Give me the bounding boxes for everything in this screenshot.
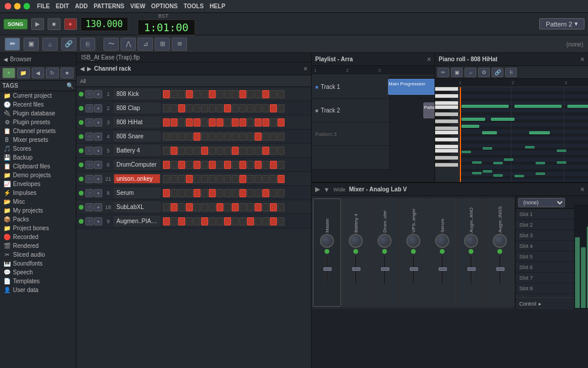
seq-pad[interactable] bbox=[186, 189, 193, 197]
channel-solo-btn[interactable]: ● bbox=[94, 175, 102, 183]
seq-pad[interactable] bbox=[193, 189, 201, 197]
mixer-master-knob[interactable] bbox=[320, 234, 334, 248]
peak-tool[interactable]: ⋀ bbox=[121, 38, 136, 51]
mixer-battery-handle[interactable] bbox=[352, 267, 360, 271]
seq-pad[interactable] bbox=[247, 90, 254, 98]
sidebar-item-rendered[interactable]: 🎬 Rendered bbox=[0, 241, 76, 250]
mixer-serum-handle[interactable] bbox=[439, 267, 447, 271]
record-button[interactable]: ● bbox=[64, 18, 77, 30]
seq-pad[interactable] bbox=[239, 161, 246, 169]
seq-pad[interactable] bbox=[178, 104, 185, 112]
seq-pad[interactable] bbox=[247, 203, 254, 211]
seq-pad[interactable] bbox=[255, 217, 262, 226]
mixer-vps-handle[interactable] bbox=[410, 267, 418, 271]
sidebar-add-tool[interactable]: + bbox=[2, 68, 15, 78]
sidebar-star-tool[interactable]: ★ bbox=[61, 68, 74, 78]
track-2-content[interactable]: Pattern 2 bbox=[388, 99, 435, 122]
play-button[interactable]: ▶ bbox=[31, 18, 44, 30]
channel-mute-btn[interactable]: ○ bbox=[85, 147, 93, 155]
sidebar-back-tool[interactable]: ◀ bbox=[32, 68, 45, 78]
seq-pad[interactable] bbox=[224, 132, 231, 141]
seq-pad[interactable] bbox=[186, 132, 193, 141]
seq-pad[interactable] bbox=[216, 104, 223, 112]
roll-note[interactable] bbox=[491, 118, 514, 121]
link-tool[interactable]: 🔗 bbox=[61, 38, 76, 51]
channel-name[interactable]: DrumComputer bbox=[113, 160, 161, 170]
roll-note[interactable] bbox=[462, 151, 471, 153]
seq-pad[interactable] bbox=[278, 175, 285, 183]
roll-note[interactable] bbox=[493, 174, 503, 177]
menu-view[interactable]: VIEW bbox=[131, 3, 146, 9]
sidebar-item-clipboard[interactable]: 📋 Clipboard files bbox=[0, 162, 76, 171]
channel-mute-btn[interactable]: ○ bbox=[85, 118, 93, 127]
channel-solo-btn[interactable]: ● bbox=[94, 132, 102, 141]
seq-pad[interactable] bbox=[209, 189, 216, 197]
seq-pad[interactable] bbox=[239, 132, 246, 141]
seq-pad[interactable] bbox=[178, 189, 185, 197]
mixer-augmings-handle[interactable] bbox=[496, 267, 505, 271]
seq-pad[interactable] bbox=[163, 161, 170, 169]
velocity-bar[interactable] bbox=[575, 237, 580, 308]
seq-pad[interactable] bbox=[224, 147, 231, 155]
sidebar-item-recent-files[interactable]: 🕐 Recent files bbox=[0, 100, 76, 109]
sidebar-item-current-project[interactable]: 📁 Current project bbox=[0, 91, 76, 100]
seq-pad[interactable] bbox=[278, 132, 285, 141]
seq-pad[interactable] bbox=[193, 132, 201, 141]
seq-pad[interactable] bbox=[262, 147, 269, 155]
mixer-augmano-fader[interactable] bbox=[470, 255, 472, 284]
sidebar-item-speech[interactable]: 💬 Speech bbox=[0, 268, 76, 277]
seq-pad[interactable] bbox=[171, 90, 178, 98]
seq-pad[interactable] bbox=[178, 203, 185, 211]
seq-pad[interactable] bbox=[216, 161, 223, 169]
piano-key-white[interactable] bbox=[435, 149, 458, 153]
roll-note[interactable] bbox=[472, 161, 482, 164]
seq-pad[interactable] bbox=[163, 175, 170, 183]
roll-note[interactable] bbox=[567, 105, 588, 108]
seq-pad[interactable] bbox=[178, 161, 185, 169]
seq-pad[interactable] bbox=[232, 189, 239, 197]
seq-pad[interactable] bbox=[239, 175, 246, 183]
channel-name[interactable]: 808 Kick bbox=[113, 89, 161, 99]
seq-pad[interactable] bbox=[163, 118, 170, 127]
sidebar-item-my-projects[interactable]: 📁 My projects bbox=[0, 206, 76, 215]
mixer-collapse[interactable]: ▼ bbox=[323, 186, 330, 193]
slot-item-8[interactable]: Slot 8 bbox=[516, 283, 574, 294]
seq-pad[interactable] bbox=[239, 147, 246, 155]
mixer-vps-knob[interactable] bbox=[406, 234, 420, 248]
roll-note[interactable] bbox=[483, 170, 492, 173]
seq-pad[interactable] bbox=[171, 104, 178, 112]
seq-pad[interactable] bbox=[186, 118, 193, 127]
seq-pad[interactable] bbox=[193, 217, 201, 226]
mixer-close[interactable]: × bbox=[580, 185, 584, 194]
sidebar-item-user-data[interactable]: 👤 User data bbox=[0, 286, 76, 294]
menu-patterns[interactable]: PATTERNS bbox=[93, 3, 124, 9]
slot-item-3[interactable]: Slot 3 bbox=[516, 230, 574, 241]
seq-pad[interactable] bbox=[216, 189, 223, 197]
wave-tool[interactable]: 〜 bbox=[103, 38, 119, 51]
mixer-expand[interactable]: ▶ bbox=[315, 185, 320, 193]
pr-tool-1[interactable]: ✏ bbox=[437, 68, 449, 77]
seq-pad[interactable] bbox=[201, 147, 208, 155]
seq-pad[interactable] bbox=[163, 104, 170, 112]
channel-mute-btn[interactable]: ○ bbox=[85, 189, 93, 197]
roll-note[interactable] bbox=[514, 105, 562, 108]
sidebar-item-packs[interactable]: 📦 Packs bbox=[0, 215, 76, 224]
seq-pad[interactable] bbox=[186, 175, 193, 183]
seq-pad[interactable] bbox=[278, 90, 285, 98]
seq-pad[interactable] bbox=[255, 203, 262, 211]
slot-item-5[interactable]: Slot 5 bbox=[516, 251, 574, 262]
seq-pad[interactable] bbox=[201, 189, 208, 197]
mixer-serum-fader[interactable] bbox=[441, 255, 443, 284]
seq-pad[interactable] bbox=[232, 147, 239, 155]
seq-pad[interactable] bbox=[216, 132, 223, 141]
seq-pad[interactable] bbox=[216, 90, 223, 98]
seq-pad[interactable] bbox=[186, 104, 193, 112]
slot-dropdown[interactable]: (none) bbox=[518, 198, 565, 207]
piano-key-white[interactable] bbox=[435, 163, 458, 167]
channel-mute-btn[interactable]: ○ bbox=[85, 104, 93, 112]
pencil-tool[interactable]: ✏ bbox=[5, 38, 20, 51]
seq-pad[interactable] bbox=[278, 189, 285, 197]
roll-note[interactable] bbox=[557, 161, 566, 164]
seq-pad[interactable] bbox=[193, 161, 201, 169]
seq-pad[interactable] bbox=[270, 203, 277, 211]
